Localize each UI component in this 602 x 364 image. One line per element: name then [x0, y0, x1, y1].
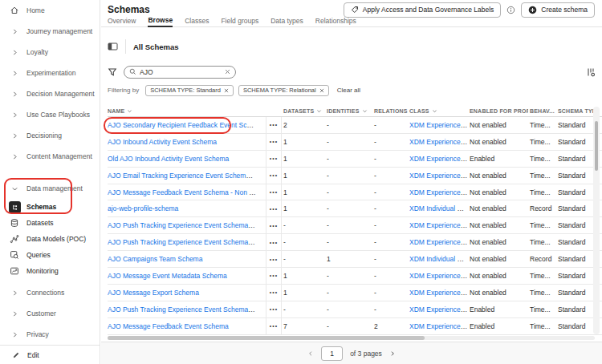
schema-name-link[interactable]: AJO Inbound Activity Event Schema — [108, 138, 217, 146]
more-actions-button[interactable]: ••• — [266, 117, 282, 133]
more-actions-button[interactable]: ••• — [266, 285, 282, 301]
schema-name-link[interactable]: AJO Email Tracking Experience Event Sche… — [108, 172, 266, 180]
vertical-scrollbar-thumb[interactable] — [595, 121, 598, 171]
sidebar-item-datasets[interactable]: Datasets — [0, 215, 100, 231]
chip-remove-icon[interactable] — [319, 88, 324, 93]
vertical-scrollbar[interactable] — [593, 107, 600, 334]
more-actions-button[interactable]: ••• — [266, 151, 282, 167]
more-actions-button[interactable]: ••• — [266, 134, 282, 150]
sidebar-item-loyalty[interactable]: Loyalty — [0, 42, 100, 63]
more-actions-button[interactable]: ••• — [266, 217, 282, 233]
class-cell-link[interactable]: XDM ExperienceE... — [409, 138, 468, 146]
schema-name-link[interactable]: Old AJO Inbound Activity Event Schema — [108, 155, 229, 163]
create-schema-button[interactable]: Create schema — [521, 2, 595, 18]
column-header-class[interactable]: CLASS — [408, 108, 468, 114]
class-cell-link[interactable]: XDM ExperienceE... — [409, 305, 468, 313]
previous-page-icon[interactable] — [307, 350, 314, 357]
edit-button[interactable]: Edit — [0, 345, 100, 364]
more-actions-button[interactable]: ••• — [266, 251, 282, 267]
search-box[interactable] — [124, 66, 236, 79]
class-cell-link[interactable]: XDM ExperienceE... — [409, 121, 468, 129]
sidebar-item-label: Schemas — [26, 203, 56, 211]
tab-overview[interactable]: Overview — [108, 17, 136, 26]
class-cell-link[interactable]: XDM ExperienceE... — [409, 155, 468, 163]
schema-name-link[interactable]: AJO Push Tracking Experience Event Schem… — [108, 221, 266, 229]
sidebar-item-journey-management[interactable]: Journey management — [0, 21, 100, 42]
column-header-relations[interactable]: RELATIONS... — [372, 108, 408, 114]
next-page-icon[interactable] — [389, 350, 396, 357]
panel-toggle-icon[interactable] — [108, 42, 118, 51]
more-actions-button[interactable]: ••• — [266, 301, 282, 317]
class-cell-link[interactable]: XDM ExperienceE... — [409, 289, 468, 297]
class-cell-link[interactable]: XDM ExperienceE... — [409, 322, 468, 330]
clear-all-link[interactable]: Clear all — [337, 87, 360, 94]
horizontal-scrollbar[interactable] — [108, 336, 595, 340]
schema-name-link[interactable]: AJO Message Feedback Event Schema - Non … — [108, 188, 266, 196]
sidebar-item-schemas[interactable]: Schemas — [0, 199, 100, 215]
tab-field-groups[interactable]: Field groups — [221, 17, 258, 26]
sidebar-item-privacy[interactable]: Privacy — [0, 324, 100, 345]
column-header-datasets[interactable]: DATASETS — [282, 108, 325, 114]
topbar-actions: Apply Access and Data Governance Labels … — [344, 2, 595, 18]
tab-data-types[interactable]: Data types — [270, 17, 303, 26]
schema-name-link[interactable]: ajo-web-profile-schema — [108, 204, 178, 212]
search-clear-icon[interactable] — [225, 69, 230, 75]
sidebar-item-connections[interactable]: Connections — [0, 282, 100, 303]
schema-name-link[interactable]: AJO Message Export Schema — [108, 289, 199, 297]
enabled-for-profile-cell: Not enabled — [468, 221, 528, 229]
search-input[interactable] — [140, 68, 222, 76]
class-cell-link[interactable]: XDM Individual Pr... — [409, 204, 468, 212]
horizontal-scrollbar-thumb[interactable] — [108, 336, 425, 340]
apply-labels-button[interactable]: Apply Access and Data Governance Labels — [344, 2, 502, 18]
class-cell-link[interactable]: XDM Individual Pr... — [409, 255, 468, 263]
sidebar-item-use-case-playbooks[interactable]: Use Case Playbooks — [0, 104, 100, 125]
page-number-input[interactable] — [321, 346, 343, 361]
class-cell-link[interactable]: XDM ExperienceE... — [409, 272, 468, 280]
schema-name-link[interactable]: AJO Campaigns Team Schema — [108, 255, 202, 263]
column-settings-icon[interactable] — [586, 67, 596, 77]
schema-name-link[interactable]: AJO Message Event Metadata Schema — [108, 272, 227, 280]
filter-chip[interactable]: SCHEMA TYPE: Relational — [238, 85, 329, 96]
datasets-cell: - — [282, 221, 325, 229]
info-icon[interactable] — [506, 6, 515, 14]
filter-funnel-icon[interactable] — [108, 67, 117, 77]
more-actions-button[interactable]: ••• — [266, 184, 282, 200]
class-cell-link[interactable]: XDM ExperienceE... — [409, 221, 468, 229]
table-row: AJO Inbound Activity Event Schema•••1--X… — [108, 134, 602, 151]
sidebar-item-monitoring[interactable]: Monitoring — [0, 263, 100, 279]
class-cell-link[interactable]: XDM ExperienceE... — [409, 172, 468, 180]
column-header-identities[interactable]: IDENTITIES — [325, 108, 372, 114]
sidebar-item-content-management[interactable]: Content Management — [0, 146, 100, 167]
sidebar-item-experimentation[interactable]: Experimentation — [0, 63, 100, 83]
sidebar-item-decisioning[interactable]: Decisioning — [0, 125, 100, 146]
sidebar-item-data-management[interactable]: Data management — [0, 178, 100, 199]
sidebar-item-queries[interactable]: Queries — [0, 247, 100, 263]
column-header-name[interactable]: NAME — [108, 108, 266, 114]
schema-name-link[interactable]: AJO Message Feedback Event Schema — [108, 322, 229, 330]
schema-name-link[interactable]: AJO Push Tracking Experience Event Schem… — [108, 238, 266, 246]
schema-name-link[interactable]: AJO Push Tracking Experience Event Schem… — [108, 305, 266, 313]
class-cell-link[interactable]: XDM ExperienceE... — [409, 188, 468, 196]
more-actions-button[interactable]: ••• — [266, 318, 282, 334]
chip-remove-icon[interactable] — [224, 88, 229, 93]
more-actions-button[interactable]: ••• — [266, 268, 282, 284]
schema-name-link[interactable]: AJO Secondary Recipient Feedback Event S… — [108, 121, 264, 129]
tab-browse[interactable]: Browse — [148, 16, 173, 27]
tab-classes[interactable]: Classes — [185, 17, 209, 26]
sidebar-item-home[interactable]: Home — [0, 0, 100, 21]
tab-relationships[interactable]: Relationships — [315, 17, 356, 26]
sidebar-item-data-models-poc[interactable]: Data Models (POC) — [0, 231, 100, 247]
schema-type-cell: Standard — [556, 155, 595, 163]
schema-name: AJO Push Tracking Experience Event Schem… — [108, 305, 266, 313]
identities-cell: - — [325, 138, 372, 146]
more-actions-button[interactable]: ••• — [266, 168, 282, 184]
filter-chip[interactable]: SCHEMA TYPE: Standard — [145, 85, 234, 96]
class-cell-link[interactable]: XDM ExperienceE... — [409, 238, 468, 246]
plus-circle-icon — [528, 6, 537, 14]
more-actions-button[interactable]: ••• — [266, 200, 282, 216]
more-actions-button[interactable]: ••• — [266, 234, 282, 250]
sidebar-item-decision-management[interactable]: Decision Management — [0, 83, 100, 104]
class-cell: XDM ExperienceE... — [408, 305, 468, 313]
sidebar-item-customer[interactable]: Customer — [0, 303, 100, 324]
column-header-schema-type[interactable]: SCHEMA TYPE — [556, 108, 595, 114]
